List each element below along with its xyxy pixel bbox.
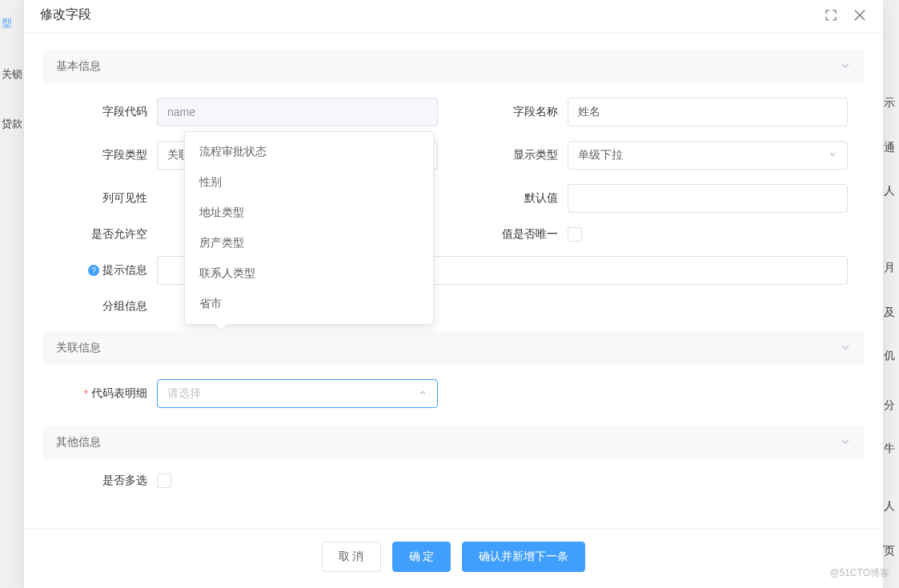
select-display-type-value: 单级下拉 xyxy=(578,148,623,162)
label-multi-select: 是否多选 xyxy=(59,474,147,488)
row-default-value: 默认值 xyxy=(470,184,849,213)
cancel-button[interactable]: 取 消 xyxy=(322,542,381,572)
section-relation-title: 关联信息 xyxy=(56,341,101,355)
label-allow-null: 是否允许空 xyxy=(59,227,147,242)
row-field-name: 字段名称 xyxy=(470,98,849,126)
modal-dialog: 修改字段 基本信息 字段代码 xyxy=(24,0,883,588)
modal-header: 修改字段 xyxy=(24,0,883,34)
dropdown-option[interactable]: 房产类型 xyxy=(185,228,433,258)
row-code-table-detail: * 代码表明细 请选择 xyxy=(59,379,438,408)
section-basic-title: 基本信息 xyxy=(56,59,101,74)
other-form: 是否多选 xyxy=(43,474,864,506)
fullscreen-icon[interactable] xyxy=(824,8,838,22)
chevron-down-icon xyxy=(840,60,851,74)
row-multi-select: 是否多选 xyxy=(59,474,438,488)
basic-form: 字段代码 字段名称 字段类型 关联-码表 显示类型 xyxy=(43,98,864,331)
label-tip-info-text: 提示信息 xyxy=(102,263,147,278)
help-icon[interactable]: ? xyxy=(88,265,99,276)
row-tip-info: ? 提示信息 xyxy=(59,256,848,285)
header-actions xyxy=(824,8,867,22)
select-code-table-detail[interactable]: 请选择 xyxy=(157,379,438,408)
modal-title: 修改字段 xyxy=(40,6,91,23)
dropdown-option[interactable]: 地址类型 xyxy=(185,198,433,228)
dropdown-option[interactable]: 省市 xyxy=(185,289,433,319)
chevron-down-icon xyxy=(840,436,851,450)
input-field-name[interactable] xyxy=(568,98,849,126)
relation-form: * 代码表明细 请选择 xyxy=(43,379,864,426)
label-tip-info: ? 提示信息 xyxy=(59,263,147,278)
modal-footer: 取 消 确 定 确认并新增下一条 xyxy=(24,528,883,588)
close-icon[interactable] xyxy=(853,8,867,22)
modal-body[interactable]: 基本信息 字段代码 字段名称 字段类型 关联-码表 xyxy=(24,34,883,528)
watermark: @51CTO博客 xyxy=(829,566,889,580)
confirm-next-button[interactable]: 确认并新增下一条 xyxy=(462,542,585,572)
section-basic-header[interactable]: 基本信息 xyxy=(43,50,864,83)
label-default-value: 默认值 xyxy=(470,191,558,206)
modal-overlay: 修改字段 基本信息 字段代码 xyxy=(0,0,899,588)
row-value-unique: 值是否唯一 xyxy=(470,227,849,242)
chevron-up-icon xyxy=(418,387,427,400)
select-display-type[interactable]: 单级下拉 xyxy=(568,141,849,170)
chevron-down-icon xyxy=(828,149,837,162)
label-col-visible: 列可见性 xyxy=(59,191,147,206)
dropdown-option[interactable]: 联系人类型 xyxy=(185,258,433,289)
row-display-type: 显示类型 单级下拉 xyxy=(470,141,849,170)
confirm-button[interactable]: 确 定 xyxy=(392,542,452,572)
label-group-info: 分组信息 xyxy=(59,299,147,314)
label-code-table-detail: * 代码表明细 xyxy=(59,386,147,401)
input-default-value[interactable] xyxy=(568,184,849,213)
select-code-table-placeholder: 请选择 xyxy=(167,386,201,401)
chevron-down-icon xyxy=(840,342,851,355)
label-code-table-detail-text: 代码表明细 xyxy=(91,386,147,401)
label-display-type: 显示类型 xyxy=(470,148,558,162)
dropdown-panel: 流程审批状态 性别 地址类型 房产类型 联系人类型 省市 xyxy=(184,131,434,325)
dropdown-option[interactable]: 流程审批状态 xyxy=(185,137,433,167)
checkbox-value-unique[interactable] xyxy=(568,227,582,242)
input-field-code xyxy=(157,98,438,126)
label-field-name: 字段名称 xyxy=(470,105,558,119)
dropdown-option[interactable]: 性别 xyxy=(185,167,433,198)
label-field-code: 字段代码 xyxy=(59,105,147,119)
section-other-title: 其他信息 xyxy=(56,435,101,450)
checkbox-multi-select[interactable] xyxy=(157,474,171,488)
section-other-header[interactable]: 其他信息 xyxy=(43,426,864,459)
label-value-unique: 值是否唯一 xyxy=(470,227,558,242)
section-relation-header[interactable]: 关联信息 xyxy=(43,331,864,365)
required-mark: * xyxy=(84,387,88,400)
label-field-type: 字段类型 xyxy=(59,148,147,162)
row-field-code: 字段代码 xyxy=(59,98,438,126)
